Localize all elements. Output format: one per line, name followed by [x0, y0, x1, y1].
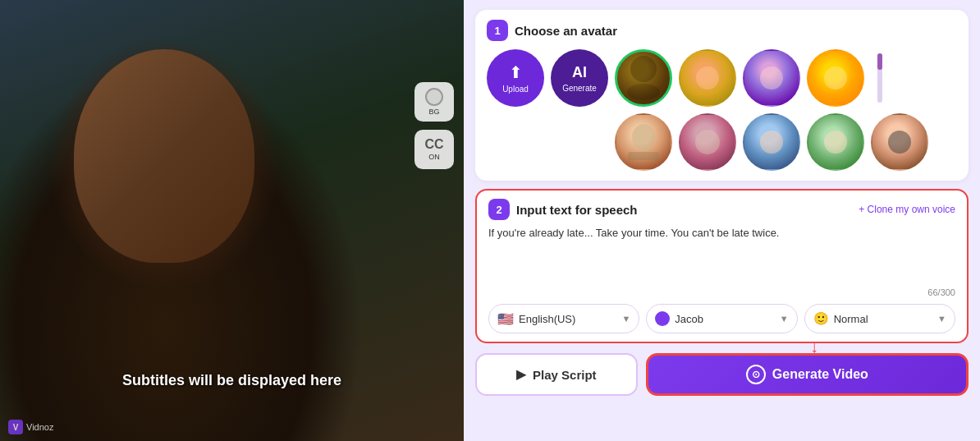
voice-value: Jacob	[675, 313, 703, 325]
generate-video-label: Generate Video	[772, 367, 868, 382]
logo-v-icon: V	[8, 420, 23, 434]
step-2-badge: 2	[488, 199, 510, 220]
avatar-scrollbar[interactable]	[877, 53, 882, 103]
avatar-7-face	[744, 115, 799, 169]
right-panel: 1 Choose an avatar ⬆ Upload AI Generate	[464, 0, 980, 441]
clone-voice-link[interactable]: + Clone my own voice	[859, 204, 955, 215]
avatar-5[interactable]	[615, 113, 672, 171]
avatar-section: 1 Choose an avatar ⬆ Upload AI Generate	[475, 10, 969, 181]
avatar-6-face	[680, 115, 735, 169]
avatar-5-face	[616, 115, 671, 169]
avatar-2-face	[680, 51, 735, 105]
char-count: 66/300	[488, 287, 955, 297]
face-detail	[74, 49, 254, 263]
upload-label: Upload	[502, 85, 529, 94]
emotion-icon: 🙂	[813, 311, 829, 326]
play-script-label: Play Script	[533, 368, 597, 382]
avatar-2[interactable]	[679, 49, 736, 107]
avatar-section-header: 1 Choose an avatar	[487, 20, 957, 41]
avatar-9-face	[872, 115, 927, 169]
avatar-4-face	[808, 51, 863, 105]
avatar-1[interactable]	[615, 49, 672, 107]
speech-section-title: Input text for speech	[516, 203, 638, 217]
avatar-1-face	[617, 52, 670, 104]
voice-avatar-icon	[655, 311, 670, 326]
avatar-3[interactable]	[743, 49, 800, 107]
voice-chevron-icon: ▼	[780, 314, 789, 324]
arrow-down-icon: ↓	[810, 338, 818, 356]
logo-badge: V Vidnoz	[8, 420, 53, 434]
cc-label: ON	[428, 153, 440, 161]
avatar-8[interactable]	[807, 113, 864, 171]
subtitle-text: Subtitles will be displayed here	[122, 372, 341, 388]
video-preview-panel: BG CC ON Subtitles will be displayed her…	[0, 0, 464, 441]
generate-video-icon: ⊙	[746, 365, 766, 384]
step-1-badge: 1	[487, 20, 508, 41]
avatar-7[interactable]	[743, 113, 800, 171]
scrollbar-thumb	[877, 53, 882, 70]
language-dropdown[interactable]: 🇺🇸 English(US) ▼	[488, 304, 639, 333]
bg-circle-icon	[425, 88, 443, 106]
emotion-value: Normal	[834, 313, 868, 325]
avatar-3-face	[744, 51, 799, 105]
avatar-section-title: Choose an avatar	[515, 24, 617, 38]
avatar-8-face	[808, 115, 863, 169]
emotion-chevron-icon: ▼	[937, 314, 946, 324]
generate-label: Generate	[562, 84, 597, 93]
avatar-6[interactable]	[679, 113, 736, 171]
language-value: English(US)	[519, 313, 575, 325]
language-chevron-icon: ▼	[621, 314, 630, 324]
avatar-4[interactable]	[807, 49, 864, 107]
upload-avatar-button[interactable]: ⬆ Upload	[487, 49, 544, 107]
subtitle-bar: Subtitles will be displayed here	[0, 365, 464, 396]
action-buttons-row: ▶ Play Script ↓ ⊙ Generate Video	[475, 353, 969, 396]
upload-icon: ⬆	[509, 62, 523, 82]
cc-button[interactable]: CC ON	[414, 130, 454, 169]
emotion-dropdown[interactable]: 🙂 Normal ▼	[804, 304, 955, 333]
generate-video-button[interactable]: ↓ ⊙ Generate Video	[646, 353, 969, 396]
play-script-button[interactable]: ▶ Play Script	[475, 353, 638, 396]
play-icon: ▶	[516, 367, 526, 382]
speech-text-section: 2 Input text for speech + Clone my own v…	[475, 189, 969, 343]
speech-section-header: 2 Input text for speech + Clone my own v…	[488, 199, 955, 220]
bg-button[interactable]: BG	[414, 82, 454, 122]
voice-dropdown[interactable]: Jacob ▼	[646, 304, 797, 333]
bg-label: BG	[428, 108, 439, 116]
speech-text-input[interactable]: If you're already late... Take your time…	[488, 225, 955, 283]
video-background: BG CC ON Subtitles will be displayed her…	[0, 0, 464, 441]
generate-avatar-button[interactable]: AI Generate	[551, 49, 608, 107]
avatar-9[interactable]	[871, 113, 928, 171]
us-flag-icon: 🇺🇸	[497, 311, 514, 327]
cc-icon: CC	[424, 138, 443, 151]
voice-controls-row: 🇺🇸 English(US) ▼ Jacob ▼ 🙂 Normal ▼	[488, 304, 955, 333]
ai-icon: AI	[572, 64, 587, 81]
logo-text: Vidnoz	[26, 422, 53, 432]
